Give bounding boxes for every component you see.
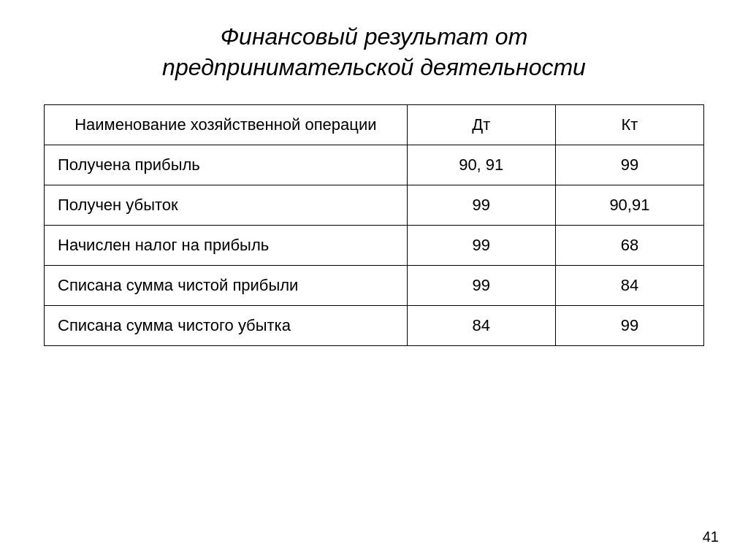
row-operation: Начислен налог на прибыль xyxy=(45,226,408,266)
row-dt: 99 xyxy=(407,266,555,306)
table-row: Списана сумма чистого убытка8499 xyxy=(45,306,704,346)
col-header-kt: Кт xyxy=(555,105,703,145)
row-dt: 99 xyxy=(407,226,555,266)
row-dt: 90, 91 xyxy=(407,145,555,185)
row-kt: 68 xyxy=(555,226,703,266)
row-operation: Списана сумма чистой прибыли xyxy=(45,266,408,306)
page-title: Финансовый результат от предпринимательс… xyxy=(162,22,586,83)
financial-results-table: Наименование хозяйственной операции Дт К… xyxy=(44,104,704,346)
row-kt: 84 xyxy=(555,266,703,306)
row-kt: 99 xyxy=(555,306,703,346)
table-row: Начислен налог на прибыль9968 xyxy=(45,226,704,266)
row-kt: 90,91 xyxy=(555,185,703,226)
table-row: Списана сумма чистой прибыли9984 xyxy=(45,266,704,306)
row-dt: 99 xyxy=(407,185,555,226)
col-header-operation: Наименование хозяйственной операции xyxy=(45,105,408,145)
row-operation: Списана сумма чистого убытка xyxy=(45,306,408,346)
row-dt: 84 xyxy=(407,306,555,346)
row-operation: Получена прибыль xyxy=(45,145,408,185)
table-row: Получена прибыль90, 9199 xyxy=(45,145,704,185)
row-operation: Получен убыток xyxy=(45,185,408,226)
page-number: 41 xyxy=(703,529,719,545)
col-header-dt: Дт xyxy=(407,105,555,145)
table-row: Получен убыток9990,91 xyxy=(45,185,704,226)
row-kt: 99 xyxy=(555,145,703,185)
